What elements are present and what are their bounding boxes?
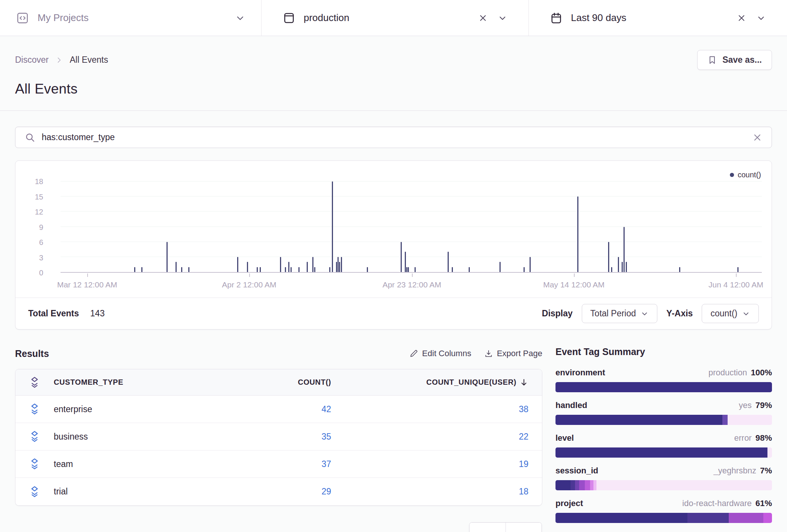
- stack-icon: [15, 403, 54, 415]
- y-axis-tick-label: 3: [39, 253, 43, 262]
- chart-bar: [469, 267, 470, 272]
- tag-distribution-bar[interactable]: [555, 415, 772, 425]
- tag-bar-segment: [590, 480, 593, 490]
- y-axis-tick-label: 9: [39, 223, 43, 231]
- results-table: CUSTOMER_TYPE COUNT() COUNT_UNIQUE(USER): [15, 369, 542, 506]
- tag-row-project: project ido-react-hardware 61%: [555, 499, 772, 523]
- count-cell[interactable]: 29: [218, 487, 331, 497]
- tag-top-value: production: [708, 368, 747, 378]
- column-header-count[interactable]: COUNT(): [218, 378, 331, 387]
- app-root: My Projects production: [0, 0, 787, 532]
- tag-percent: 98%: [755, 433, 772, 443]
- chart-bar: [314, 267, 315, 272]
- chart-bar: [237, 257, 238, 272]
- pagination-next-button[interactable]: [505, 523, 542, 532]
- tag-name: level: [555, 433, 574, 443]
- count-cell[interactable]: 42: [218, 404, 331, 414]
- yaxis-dropdown[interactable]: count(): [702, 304, 759, 323]
- environment-filter[interactable]: production: [261, 0, 528, 36]
- clear-environment-icon[interactable]: [478, 13, 488, 23]
- chart-bar: [408, 267, 409, 272]
- chart-bar: [339, 262, 340, 272]
- tag-distribution-bar[interactable]: [555, 513, 772, 523]
- search-icon: [24, 132, 36, 143]
- y-axis-tick-label: 0: [39, 269, 43, 277]
- chart-bar: [141, 267, 142, 272]
- display-dropdown[interactable]: Total Period: [582, 304, 657, 323]
- legend-dot-icon: [730, 173, 734, 177]
- chart-bar: [285, 267, 286, 272]
- date-range-value: Last 90 days: [571, 12, 626, 24]
- tag-percent: 100%: [751, 368, 772, 378]
- count-unique-user-cell[interactable]: 19: [331, 459, 528, 469]
- chart-y-axis-labels: 0369121518: [15, 181, 43, 273]
- search-input[interactable]: [42, 132, 752, 142]
- export-page-button[interactable]: Export Page: [484, 349, 542, 358]
- chart-bar: [679, 267, 680, 272]
- chart-bar: [134, 267, 135, 272]
- chart-bar: [530, 257, 531, 272]
- chart-bar: [307, 262, 308, 272]
- pagination-previous-button[interactable]: [469, 523, 505, 532]
- date-range-filter[interactable]: Last 90 days: [528, 0, 787, 36]
- search-bar: [15, 127, 772, 148]
- legend-label: count(): [738, 171, 761, 179]
- total-events-label: Total Events: [28, 308, 79, 319]
- table-row[interactable]: team 37 19: [15, 450, 542, 478]
- page-header: Discover All Events Save as... All Event…: [0, 36, 787, 111]
- clear-search-icon[interactable]: [752, 132, 763, 143]
- table-row[interactable]: business 35 22: [15, 423, 542, 450]
- top-bar: My Projects production: [0, 0, 787, 36]
- events-chart-panel: count() 0369121518 Mar 12 12:00 AMApr 2 …: [15, 160, 772, 329]
- table-row[interactable]: enterprise 42 38: [15, 396, 542, 423]
- tag-bar-segment: [593, 480, 597, 490]
- tag-bar-segment: [728, 415, 772, 425]
- chart-bar: [288, 262, 289, 272]
- column-header-customer-type[interactable]: CUSTOMER_TYPE: [54, 378, 218, 387]
- tag-distribution-bar[interactable]: [555, 382, 772, 392]
- count-unique-user-cell[interactable]: 38: [331, 404, 528, 414]
- tag-bar-segment: [729, 513, 763, 523]
- chevron-right-icon: [55, 56, 63, 64]
- page-title: All Events: [15, 81, 772, 97]
- tag-top-value: _yeghrsbnz: [713, 466, 756, 476]
- count-unique-user-cell[interactable]: 18: [331, 487, 528, 497]
- chart-bar: [166, 242, 168, 272]
- tag-bar-segment: [722, 415, 728, 425]
- tag-bar-segment: [555, 447, 767, 458]
- chart-bar: [329, 267, 330, 272]
- tag-distribution-bar[interactable]: [555, 447, 772, 458]
- y-axis-tick-label: 15: [35, 192, 43, 201]
- column-header-count-unique-user[interactable]: COUNT_UNIQUE(USER): [331, 378, 528, 387]
- edit-columns-button[interactable]: Edit Columns: [409, 349, 471, 358]
- x-axis-tick-label: Jun 4 12:00 AM: [708, 280, 763, 289]
- clear-date-range-icon[interactable]: [737, 13, 746, 23]
- tag-bar-segment: [555, 415, 722, 425]
- breadcrumb-discover-link[interactable]: Discover: [15, 55, 48, 65]
- total-events-value: 143: [90, 308, 104, 319]
- chart-bar: [176, 262, 177, 272]
- chart-legend[interactable]: count(): [730, 171, 761, 179]
- tag-name: environment: [555, 368, 605, 378]
- y-axis-tick-label: 18: [35, 177, 43, 186]
- table-row[interactable]: trial 29 18: [15, 478, 542, 505]
- save-as-button[interactable]: Save as...: [697, 50, 772, 70]
- count-cell[interactable]: 35: [218, 432, 331, 442]
- stack-icon: [15, 458, 54, 470]
- chart-plot-area[interactable]: [61, 181, 762, 273]
- save-as-label: Save as...: [722, 55, 762, 65]
- chevron-down-icon: [640, 310, 649, 318]
- project-selector[interactable]: My Projects: [0, 0, 261, 36]
- tag-bar-segment: [579, 480, 584, 490]
- pencil-icon: [409, 349, 418, 358]
- tag-name: handled: [555, 401, 587, 410]
- chart-bar: [448, 252, 449, 272]
- total-events: Total Events 143: [28, 308, 104, 319]
- pagination: [469, 522, 542, 532]
- count-cell[interactable]: 37: [218, 459, 331, 469]
- customer-type-cell: trial: [54, 487, 218, 497]
- yaxis-label: Y-Axis: [666, 308, 693, 319]
- count-unique-user-cell[interactable]: 22: [331, 432, 528, 442]
- tag-distribution-bar[interactable]: [555, 480, 772, 490]
- chart-bar: [312, 257, 313, 272]
